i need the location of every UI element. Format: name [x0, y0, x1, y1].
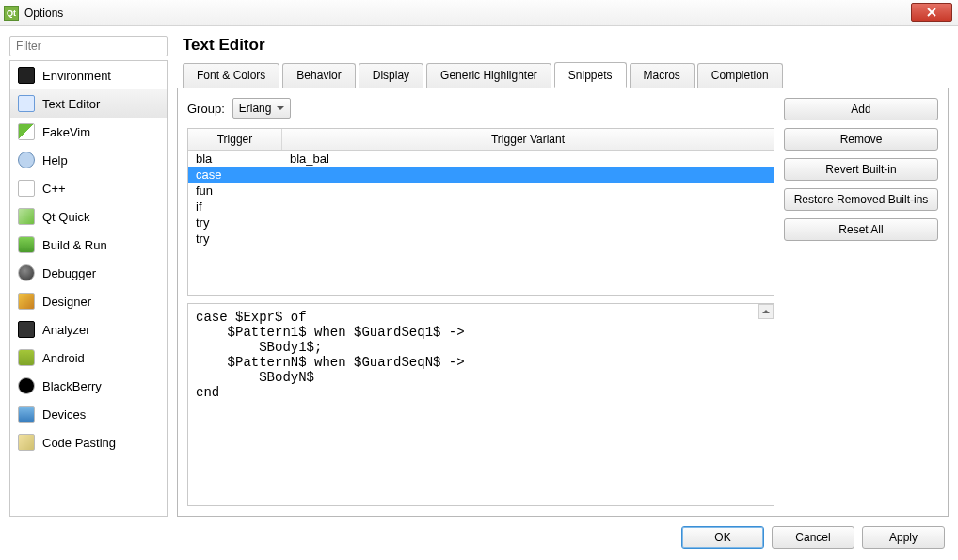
apply-button[interactable]: Apply — [862, 526, 945, 549]
designer-icon — [18, 293, 35, 310]
cell-trigger: bla — [188, 151, 282, 167]
sidebar-item-label: Build & Run — [42, 238, 107, 252]
tab-font-colors[interactable]: Font & Colors — [183, 63, 279, 88]
sidebar-item-environment[interactable]: Environment — [10, 61, 167, 89]
scroll-up-button[interactable] — [758, 304, 774, 319]
sidebar-item-qt-quick[interactable]: Qt Quick — [10, 202, 167, 231]
filter-input[interactable] — [9, 36, 168, 56]
analyzer-icon — [18, 321, 35, 338]
table-row[interactable]: try — [188, 231, 774, 247]
sidebar-item-label: Text Editor — [42, 97, 100, 111]
sidebar-item-blackberry[interactable]: BlackBerry — [10, 372, 167, 400]
sidebar: EnvironmentText EditorFakeVimHelpC++Qt Q… — [9, 36, 168, 517]
sidebar-item-analyzer[interactable]: Analyzer — [10, 315, 167, 344]
sidebar-item-code-pasting[interactable]: Code Pasting — [10, 428, 167, 456]
sidebar-item-label: Code Pasting — [42, 436, 116, 450]
dialog-footer: OK Cancel Apply — [0, 522, 958, 560]
sidebar-item-help[interactable]: Help — [10, 146, 167, 174]
environment-icon — [18, 67, 35, 84]
sidebar-item-label: Android — [42, 351, 85, 365]
code-editor-wrap: case $Expr$ of $Pattern1$ when $GuardSeq… — [187, 303, 774, 506]
cell-variant — [282, 199, 774, 215]
table-header: Trigger Trigger Variant — [188, 129, 774, 151]
blackberry-icon — [18, 377, 35, 394]
tabbar: Font & ColorsBehaviorDisplayGeneric High… — [177, 62, 949, 88]
tab-snippets[interactable]: Snippets — [554, 62, 627, 88]
sidebar-item-c-[interactable]: C++ — [10, 174, 167, 202]
cell-variant — [282, 183, 774, 199]
category-list: EnvironmentText EditorFakeVimHelpC++Qt Q… — [9, 60, 168, 517]
table-row[interactable]: try — [188, 215, 774, 231]
side-buttons: Add Remove Revert Built-in Restore Remov… — [784, 98, 938, 506]
titlebar: Qt Options — [0, 0, 958, 26]
sidebar-item-label: Designer — [42, 295, 91, 309]
table-row[interactable]: fun — [188, 183, 774, 199]
snippet-code-editor[interactable]: case $Expr$ of $Pattern1$ when $GuardSeq… — [187, 303, 774, 506]
sidebar-item-label: Help — [42, 153, 68, 168]
cell-trigger: try — [188, 215, 282, 231]
sidebar-item-build-run[interactable]: Build & Run — [10, 231, 167, 259]
sidebar-item-label: Debugger — [42, 266, 96, 280]
sidebar-item-label: Devices — [42, 408, 86, 422]
chevron-down-icon — [277, 106, 284, 110]
fakevim-icon — [18, 123, 35, 140]
table-body: blabla_balcasefuniftrytry — [188, 151, 774, 295]
group-select[interactable]: Erlang — [232, 98, 292, 119]
tab-body: Group: Erlang Trigger Trigger Variant bl… — [177, 88, 949, 517]
col-trigger-header[interactable]: Trigger — [188, 129, 282, 150]
add-button[interactable]: Add — [784, 98, 938, 120]
sidebar-item-devices[interactable]: Devices — [10, 400, 167, 428]
sidebar-item-label: FakeVim — [42, 125, 90, 139]
snippets-table: Trigger Trigger Variant blabla_balcasefu… — [187, 128, 774, 296]
code-pasting-icon — [18, 434, 35, 451]
page-title: Text Editor — [183, 36, 949, 55]
ok-button[interactable]: OK — [681, 526, 764, 549]
close-button[interactable] — [911, 3, 952, 22]
app-icon: Qt — [4, 6, 19, 21]
sidebar-item-label: C++ — [42, 182, 66, 196]
reset-all-button[interactable]: Reset All — [784, 218, 938, 241]
cancel-button[interactable]: Cancel — [772, 526, 854, 549]
sidebar-item-text-editor[interactable]: Text Editor — [10, 89, 167, 118]
remove-button[interactable]: Remove — [784, 128, 938, 151]
sidebar-item-designer[interactable]: Designer — [10, 287, 167, 315]
sidebar-item-fakevim[interactable]: FakeVim — [10, 118, 167, 146]
table-row[interactable]: blabla_bal — [188, 151, 774, 167]
help-icon — [18, 152, 35, 168]
tab-macros[interactable]: Macros — [630, 63, 695, 88]
build-run-icon — [18, 236, 35, 253]
tab-generic-highlighter[interactable]: Generic Highlighter — [426, 63, 551, 88]
revert-builtins-button[interactable]: Revert Built-in — [784, 158, 938, 181]
window-title: Options — [24, 7, 63, 20]
text-editor-icon — [18, 95, 35, 112]
group-row: Group: Erlang — [187, 98, 774, 119]
tab-behavior[interactable]: Behavior — [282, 63, 355, 88]
tab-completion[interactable]: Completion — [697, 63, 783, 88]
close-icon — [927, 8, 936, 17]
c--icon — [18, 180, 35, 197]
main-panel: Text Editor Font & ColorsBehaviorDisplay… — [177, 36, 949, 517]
restore-removed-builtins-button[interactable]: Restore Removed Built-ins — [784, 188, 938, 211]
sidebar-item-label: Environment — [42, 69, 111, 83]
table-row[interactable]: if — [188, 199, 774, 215]
snippets-panel: Group: Erlang Trigger Trigger Variant bl… — [187, 98, 774, 506]
cell-trigger: case — [188, 167, 282, 183]
tab-display[interactable]: Display — [359, 63, 423, 88]
group-label: Group: — [187, 102, 225, 116]
sidebar-item-android[interactable]: Android — [10, 344, 167, 372]
cell-trigger: fun — [188, 183, 282, 199]
cell-trigger: if — [188, 199, 282, 215]
table-row[interactable]: case — [188, 167, 774, 183]
android-icon — [18, 349, 35, 366]
cell-trigger: try — [188, 231, 282, 247]
sidebar-item-label: Analyzer — [42, 323, 90, 337]
cell-variant — [282, 231, 774, 247]
debugger-icon — [18, 264, 35, 281]
cell-variant — [282, 167, 774, 183]
devices-icon — [18, 406, 35, 423]
col-variant-header[interactable]: Trigger Variant — [282, 129, 774, 150]
qt-quick-icon — [18, 208, 35, 225]
sidebar-item-debugger[interactable]: Debugger — [10, 259, 167, 287]
cell-variant: bla_bal — [282, 151, 774, 167]
cell-variant — [282, 215, 774, 231]
